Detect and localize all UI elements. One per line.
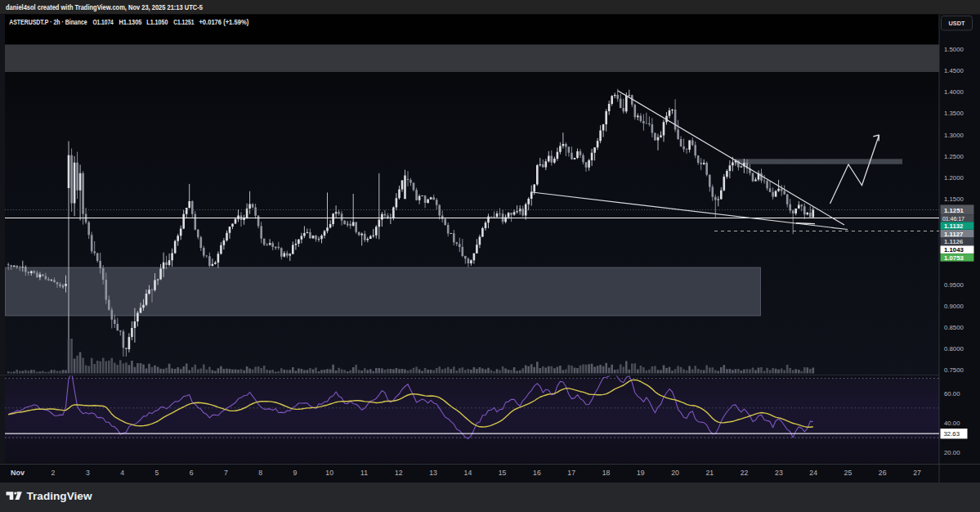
svg-text:O1.1074: O1.1074 [92, 18, 113, 26]
svg-text:TradingView: TradingView [27, 490, 92, 502]
svg-text:16: 16 [533, 469, 541, 477]
svg-text:1.2500: 1.2500 [944, 153, 964, 160]
svg-text:ASTERUSDT.P · 2h · Binance: ASTERUSDT.P · 2h · Binance [9, 18, 87, 26]
svg-text:2: 2 [51, 469, 56, 477]
svg-text:20.00: 20.00 [944, 449, 960, 456]
svg-text:26: 26 [879, 469, 887, 477]
svg-text:+0.0176 (+1.59%): +0.0176 (+1.59%) [199, 18, 248, 26]
svg-text:1.4500: 1.4500 [944, 67, 964, 74]
svg-text:1.4000: 1.4000 [944, 88, 964, 96]
svg-text:14: 14 [464, 469, 472, 477]
svg-text:40.00: 40.00 [944, 420, 960, 427]
svg-text:0.8500: 0.8500 [944, 324, 964, 331]
svg-text:3: 3 [86, 469, 90, 477]
svg-text:0.8000: 0.8000 [944, 345, 964, 353]
svg-text:20: 20 [671, 469, 679, 477]
svg-text:13: 13 [429, 469, 437, 477]
svg-text:25: 25 [844, 469, 852, 477]
svg-text:1.1251: 1.1251 [944, 207, 964, 214]
svg-text:1.1132: 1.1132 [944, 222, 964, 230]
svg-text:1.2000: 1.2000 [944, 174, 964, 182]
svg-text:27: 27 [913, 469, 921, 477]
svg-text:01:46:17: 01:46:17 [942, 215, 964, 222]
svg-text:daniel4sol created with Tradin: daniel4sol created with TradingView.com,… [6, 3, 203, 11]
svg-text:15: 15 [499, 469, 507, 477]
svg-text:32.63: 32.63 [944, 430, 960, 438]
svg-text:6: 6 [190, 469, 194, 477]
svg-text:19: 19 [637, 469, 645, 477]
svg-text:H1.1305: H1.1305 [119, 18, 141, 26]
svg-text:1.1126: 1.1126 [944, 238, 964, 245]
svg-text:22: 22 [741, 469, 749, 477]
svg-text:1.5000: 1.5000 [944, 46, 964, 53]
svg-text:8: 8 [258, 469, 262, 477]
svg-text:7: 7 [224, 469, 228, 477]
svg-text:4: 4 [120, 469, 124, 477]
svg-text:1.1500: 1.1500 [944, 195, 964, 203]
svg-text:USDT: USDT [948, 20, 965, 27]
svg-text:1.3500: 1.3500 [944, 110, 964, 117]
svg-text:1.1127: 1.1127 [944, 231, 963, 238]
svg-text:0.7500: 0.7500 [944, 366, 964, 374]
svg-text:1.3000: 1.3000 [944, 132, 964, 139]
svg-text:21: 21 [705, 469, 714, 477]
svg-text:1.1043: 1.1043 [944, 246, 964, 254]
svg-text:9: 9 [293, 469, 298, 477]
svg-text:11: 11 [360, 469, 368, 477]
svg-text:L1.1050: L1.1050 [146, 18, 168, 26]
svg-text:5: 5 [154, 469, 159, 477]
svg-text:12: 12 [395, 469, 403, 477]
svg-text:24: 24 [809, 469, 817, 477]
svg-text:0.9000: 0.9000 [944, 303, 964, 310]
svg-text:Nov: Nov [11, 469, 25, 477]
svg-text:18: 18 [602, 469, 611, 477]
svg-text:23: 23 [775, 469, 783, 477]
svg-text:17: 17 [567, 469, 575, 477]
svg-text:0.9500: 0.9500 [944, 281, 964, 289]
svg-text:C1.1251: C1.1251 [173, 18, 194, 26]
svg-text:60.00: 60.00 [944, 390, 960, 397]
svg-text:1.0753: 1.0753 [944, 254, 964, 262]
svg-text:10: 10 [325, 469, 333, 477]
